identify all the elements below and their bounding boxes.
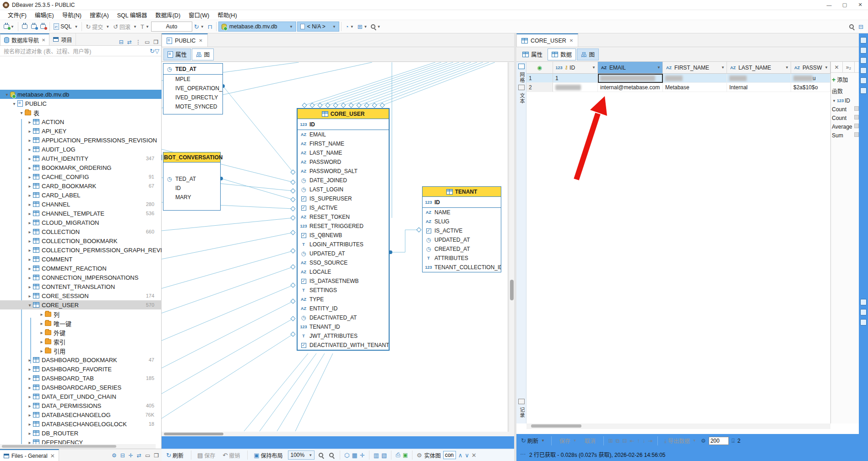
rollback-button[interactable]: ↺回滚▼ (111, 21, 139, 32)
tree-item-tables-folder[interactable]: ▾表 (0, 108, 162, 117)
grid-toggle-icon[interactable]: ▦ (352, 452, 357, 459)
expander-icon[interactable]: ▸ (38, 321, 45, 326)
tree-item-core_user-child-3[interactable]: ▸索引 (0, 337, 162, 346)
expander-icon[interactable]: ▸ (27, 211, 33, 216)
menu-item-1[interactable]: 编辑(E) (31, 10, 58, 20)
expander-icon[interactable]: ▸ (38, 348, 45, 353)
navigator-filter[interactable]: 按名称过滤对象 (表、过程、用户等) ↻ ▽ (0, 46, 161, 56)
subtab-diagram[interactable]: 品 图 (192, 49, 214, 60)
grid-view-tab[interactable]: 网格 (518, 72, 526, 83)
filter-config-icon[interactable]: ▽ (155, 48, 159, 54)
tree-item-core_user-child-4[interactable]: ▸引用 (0, 346, 162, 355)
calc-panel-close-icon[interactable]: ✕ (831, 62, 843, 72)
diagram-settings-icon[interactable]: ⚙ (417, 452, 422, 459)
strip-icon-0[interactable] (860, 37, 867, 43)
cell-r1-id[interactable]: 1 (553, 74, 598, 83)
menu-item-4[interactable]: SQL 编辑器 (113, 10, 152, 20)
tree-item-table-dashboard_tab[interactable]: ▸DASHBOARD_TAB185 (0, 374, 162, 383)
files-collapse-icon[interactable]: ⊟ (120, 452, 125, 459)
expander-icon[interactable]: ▾ (11, 101, 17, 106)
performance-button[interactable]: ◔▼ (343, 21, 356, 32)
tree-item-table-api_key[interactable]: ▸API_KEY (0, 126, 162, 136)
fetch-all-icon[interactable]: ⍗ (732, 438, 735, 444)
commit-button[interactable]: ↻提交▼ (84, 21, 111, 32)
cell-r2-passw[interactable]: $2a$10$o (791, 83, 830, 92)
column-header-email[interactable]: AZEMAIL▼ (598, 62, 663, 74)
tree-item-table-db_router[interactable]: ▸DB_ROUTER (0, 428, 162, 438)
zoom-in-button[interactable] (317, 450, 325, 461)
active-connection-select[interactable]: metabase.db.mv.db▼ (218, 22, 296, 32)
status-menu-icon[interactable]: ⋯ (520, 451, 526, 457)
expander-icon[interactable]: ▸ (27, 440, 33, 445)
tree-item-table-channel_template[interactable]: ▸CHANNEL_TEMPLATE536 (0, 209, 162, 218)
expander-icon[interactable]: ▸ (27, 239, 33, 244)
strip-icon-7[interactable] (860, 309, 867, 315)
tree-item-table-cloud_migration[interactable]: ▸CLOUD_MIGRATION (0, 218, 162, 227)
menu-item-2[interactable]: 导航(N) (58, 10, 86, 20)
close-data-tab-icon[interactable]: ✕ (570, 38, 573, 43)
expander-icon[interactable]: ▸ (27, 193, 33, 198)
tree-item-table-dashboardcard_series[interactable]: ▸DASHBOARDCARD_SERIES (0, 383, 162, 392)
grid-settings-icon[interactable]: ⚙ (701, 438, 706, 444)
data-save-button[interactable]: 保存▼ (556, 435, 579, 446)
expander-icon[interactable]: ▸ (27, 422, 33, 427)
tree-item-table-collection_bookmark[interactable]: ▸COLLECTION_BOOKMARK (0, 236, 162, 245)
export-data-button[interactable]: ⤓导出数据▼ (662, 435, 698, 446)
zoom-out-button[interactable] (327, 450, 336, 461)
collapse-all-icon[interactable]: ⊟ (119, 39, 124, 45)
column-header-id[interactable]: 123⚷ID▼ (553, 62, 598, 74)
expander-icon[interactable]: ▸ (27, 220, 33, 225)
expander-icon[interactable]: ▸ (27, 385, 33, 390)
expander-icon[interactable]: ▾ (18, 110, 25, 115)
diagram-undo-button[interactable]: ↶撤销 (221, 450, 243, 461)
expander-icon[interactable]: ▸ (27, 293, 33, 298)
grid-horizontal-scrollbar[interactable] (526, 423, 830, 429)
row-header-corner[interactable]: ◉ (526, 62, 553, 74)
zoom-tools-button[interactable]: ▼ (369, 21, 382, 32)
column-filter-icon[interactable]: ▼ (825, 65, 828, 70)
entity-tenant[interactable]: TENANT123IDAZNAMEAZSLUGIS_ACTIVE◷UPDATED… (422, 186, 501, 272)
tab-database-navigator[interactable]: 数据库导航✕ (0, 33, 49, 45)
new-connection-button[interactable]: ▼ (2, 21, 16, 32)
cell-r1-passw[interactable]: u (791, 74, 830, 83)
expander-icon[interactable]: ▸ (27, 119, 33, 125)
tree-item-table-data_edit_undo_chain[interactable]: ▸DATA_EDIT_UNDO_CHAIN (0, 392, 162, 401)
export-image-icon[interactable]: ▣ (403, 452, 408, 458)
add-function-button[interactable]: + 添加 (831, 73, 859, 85)
diagram-save-button[interactable]: ▤保存 (195, 450, 218, 461)
active-schema-select[interactable]: < N/A >▼ (297, 22, 339, 32)
cell-r2-last_name[interactable]: Internal (727, 83, 791, 92)
search-next-icon[interactable]: ∨ (465, 452, 469, 459)
expander-icon[interactable]: ▸ (27, 394, 33, 399)
expander-icon[interactable]: ▸ (27, 358, 33, 363)
cell-r2-email[interactable]: internal@metabase.com (598, 83, 663, 92)
strip-icon-1[interactable] (860, 47, 867, 54)
strip-icon-5[interactable] (860, 87, 867, 94)
connect-button[interactable] (20, 21, 29, 32)
strip-icon-3[interactable] (860, 67, 867, 74)
tree-item-table-databasechangeloglock[interactable]: ▸DATABASECHANGELOGLOCK18 (0, 419, 162, 428)
record-view-icon[interactable] (518, 399, 525, 404)
tab-files-general[interactable]: Files - General ✕ (0, 449, 59, 461)
commit-mode-select[interactable]: Auto (151, 22, 192, 32)
expander-icon[interactable]: ▸ (27, 284, 33, 289)
cell-r2-id[interactable] (553, 83, 598, 92)
er-diagram-canvas[interactable]: ◷TED_ATMPLEIVE_OPERATION_IDIVED_DIRECTLY… (162, 62, 508, 432)
view-menu-icon[interactable]: ⋮ (136, 39, 141, 45)
menu-item-6[interactable]: 窗口(W) (184, 10, 213, 20)
tree-item-table-core_user[interactable]: ▾CORE_USER570 (0, 300, 162, 309)
disconnect-button[interactable] (38, 21, 48, 32)
expander-icon[interactable]: ▸ (27, 403, 33, 408)
tab-public-diagram[interactable]: PUBLIC ✕ (162, 33, 208, 47)
aggregate-count-1[interactable]: Count (831, 114, 859, 122)
tree-item-table-connection_impersonations[interactable]: ▸CONNECTION_IMPERSONATIONS (0, 273, 162, 282)
search-prev-icon[interactable]: ∧ (458, 452, 463, 459)
entity-core_user[interactable]: CORE_USER123IDAZEMAILAZFIRST_NAMEAZLAST_… (297, 108, 390, 351)
tree-item-core_user-child-1[interactable]: ▸唯一键 (0, 319, 162, 328)
link-editor-icon[interactable]: ⇄ (127, 39, 132, 45)
print-icon[interactable]: ⎙ (396, 451, 400, 459)
minimize-window-icon[interactable]: — (821, 0, 837, 10)
tree-item-table-collection[interactable]: ▸COLLECTION660 (0, 227, 162, 236)
diagram-notation-icon[interactable]: ▧ (381, 452, 387, 459)
row-number[interactable]: 2 (526, 83, 553, 92)
